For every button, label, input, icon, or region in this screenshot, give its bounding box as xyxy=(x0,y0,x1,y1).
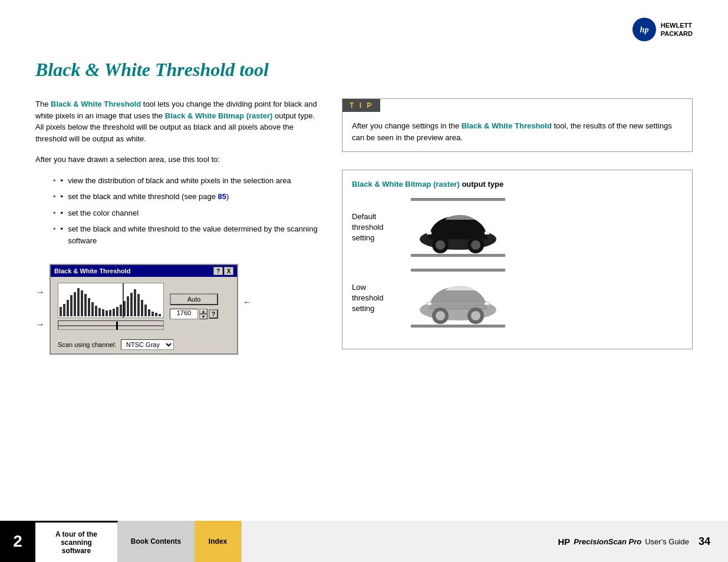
svg-rect-38 xyxy=(485,232,489,234)
tip-bold-link[interactable]: Black & White Threshold xyxy=(462,121,552,130)
after-text: After you have drawn a selection area, u… xyxy=(35,154,318,166)
svg-rect-14 xyxy=(102,309,104,316)
channel-label: Scan using channel: xyxy=(58,341,116,348)
list-item: •set the black and white threshold to th… xyxy=(53,223,318,246)
tip-content: After you change settings in the Black &… xyxy=(342,112,692,151)
bw-threshold-link[interactable]: Black & White Threshold xyxy=(51,100,141,108)
spin-buttons[interactable]: ▲ ▼ xyxy=(199,309,207,319)
svg-rect-47 xyxy=(427,302,431,305)
svg-rect-46 xyxy=(485,302,489,305)
output-type-title: Black & White Bitmap (raster) output typ… xyxy=(352,180,683,189)
bullet-list: •view the distribution of black and whit… xyxy=(53,175,318,247)
product-rest: User's Guide xyxy=(645,537,689,546)
list-item: •set the color channel xyxy=(53,207,318,219)
right-column: T I P After you change settings in the B… xyxy=(342,98,693,355)
svg-rect-17 xyxy=(113,309,115,316)
svg-rect-5 xyxy=(70,295,73,316)
nav-tab-tour[interactable]: A tour of the scanning software xyxy=(35,521,118,562)
car-image-default xyxy=(411,198,505,257)
svg-rect-12 xyxy=(95,306,97,316)
hp-logo: hp HEWLETT PACKARD xyxy=(633,18,693,41)
channel-row: Scan using channel: NTSC Gray xyxy=(51,336,237,353)
output-row-low: Low threshold setting xyxy=(352,269,683,328)
intro-paragraph: The Black & White Threshold tool lets yo… xyxy=(35,98,318,144)
svg-rect-8 xyxy=(81,290,83,316)
threshold-value[interactable]: 1760 xyxy=(170,309,198,319)
svg-rect-16 xyxy=(109,310,111,316)
bw-bitmap-link[interactable]: Black & White Bitmap (raster) xyxy=(165,111,273,120)
svg-point-45 xyxy=(471,311,480,320)
svg-rect-7 xyxy=(77,288,80,316)
auto-button[interactable]: Auto xyxy=(170,293,218,305)
tip-header: T I P xyxy=(342,99,380,112)
channel-select[interactable]: NTSC Gray xyxy=(121,339,174,350)
list-item: •set the black and white threshold (see … xyxy=(53,191,318,203)
hp-company-name: HEWLETT PACKARD xyxy=(661,21,693,38)
default-threshold-label: Default threshold setting xyxy=(352,211,399,244)
arrow-indicator-2: → xyxy=(35,319,45,330)
output-row-default: Default threshold setting xyxy=(352,198,683,257)
nav-tab-index[interactable]: Index xyxy=(195,521,242,562)
svg-rect-4 xyxy=(67,300,69,316)
nav-bar: 2 A tour of the scanning software Book C… xyxy=(0,521,728,562)
value-help-button[interactable]: ? xyxy=(209,309,218,319)
svg-rect-13 xyxy=(98,308,101,316)
page-title: Black & White Threshold tool xyxy=(35,59,693,81)
value-input-group: 1760 ▲ ▼ ? xyxy=(170,309,218,319)
spin-up[interactable]: ▲ xyxy=(199,309,207,314)
svg-point-37 xyxy=(471,240,480,250)
svg-rect-9 xyxy=(84,294,87,316)
threshold-slider[interactable] xyxy=(58,320,164,330)
chapter-number: 2 xyxy=(0,521,35,562)
page-number: 34 xyxy=(699,535,710,548)
svg-point-35 xyxy=(436,240,445,250)
svg-rect-11 xyxy=(91,302,94,316)
dialog-title: Black & White Threshold xyxy=(54,267,131,275)
nav-tab-contents[interactable]: Book Contents xyxy=(118,521,195,562)
product-name: PrecisionScan Pro xyxy=(574,537,641,546)
bw-threshold-dialog: Black & White Threshold ? X xyxy=(50,264,238,355)
dialog-titlebar: Black & White Threshold ? X xyxy=(51,265,237,277)
svg-text:hp: hp xyxy=(640,25,648,34)
list-item: •view the distribution of black and whit… xyxy=(53,175,318,187)
left-column: The Black & White Threshold tool lets yo… xyxy=(35,98,318,355)
hp-icon: hp xyxy=(633,18,656,41)
page-link[interactable]: 85 xyxy=(218,192,226,201)
svg-point-43 xyxy=(436,311,445,320)
svg-rect-39 xyxy=(427,232,431,234)
publisher-name: HP xyxy=(558,537,571,547)
dialog-body: Auto 1760 ▲ ▼ ? xyxy=(51,277,237,336)
svg-rect-3 xyxy=(63,304,65,316)
car-image-low xyxy=(411,269,505,328)
svg-rect-10 xyxy=(88,298,90,316)
dialog-controls: Auto 1760 ▲ ▼ ? xyxy=(170,293,218,319)
close-button[interactable]: X xyxy=(224,267,233,275)
help-button[interactable]: ? xyxy=(213,267,223,275)
svg-rect-15 xyxy=(106,310,108,316)
arrow-indicator-3: ← xyxy=(243,297,252,308)
arrow-indicator-1: → xyxy=(35,287,45,297)
histogram-display xyxy=(58,283,164,318)
output-type-box: Black & White Bitmap (raster) output typ… xyxy=(342,170,693,349)
spin-down[interactable]: ▼ xyxy=(199,314,207,319)
svg-rect-6 xyxy=(74,292,76,316)
tip-box: T I P After you change settings in the B… xyxy=(342,98,693,152)
svg-rect-2 xyxy=(60,307,62,316)
low-threshold-label: Low threshold setting xyxy=(352,282,399,315)
nav-right: HP PrecisionScan Pro User's Guide 34 xyxy=(541,535,729,548)
